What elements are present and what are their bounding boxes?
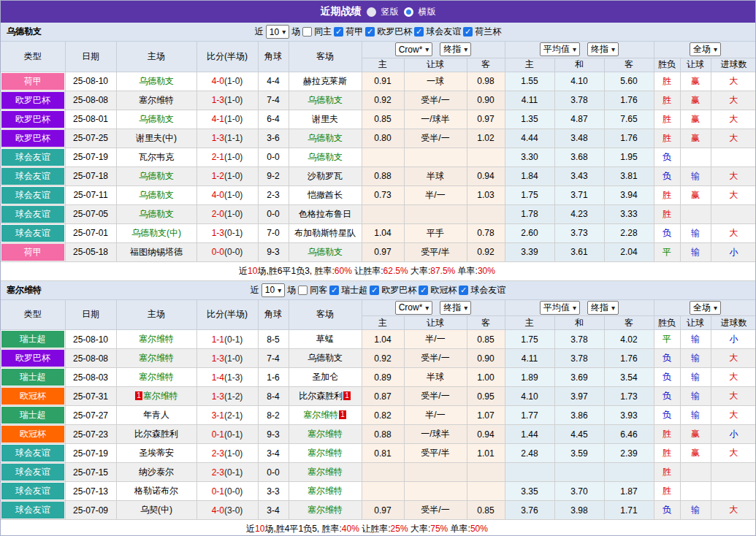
league-type-cell: 荷甲 [1,72,65,91]
away-team[interactable]: 乌德勒支 [289,91,362,110]
page-title: 近期战绩 [321,5,362,18]
away-team[interactable]: 圣加仑 [289,368,362,387]
away-team[interactable]: 塞尔维特 [289,482,362,501]
same-home-checkbox[interactable] [302,27,312,37]
league-filter-checkbox[interactable] [329,286,339,295]
home-team[interactable]: 瓦尔韦克 [116,148,196,166]
red-card-badge: 1 [135,391,142,400]
col-avg-home: 主 [505,316,554,330]
corner-count: 7-0 [258,223,289,242]
away-team[interactable]: 塞尔维特 [289,463,362,482]
average-select[interactable]: 平均值▾ [540,301,580,315]
home-team[interactable]: 塞尔维特 [116,330,196,349]
league-filter-checkbox[interactable] [463,27,473,37]
fullmatch-select[interactable]: 全场▾ [690,301,721,315]
home-team[interactable]: 乌德勒支 [116,110,196,129]
odds-away: 0.78 [467,223,505,242]
col-score: 比分(半场) [196,42,258,72]
away-team[interactable]: 乌德勒支 [289,242,362,261]
match-date: 25-07-15 [65,463,116,482]
away-team[interactable]: 塞尔维特1 [289,406,362,425]
avg-home: 1.78 [505,204,554,223]
stats-summary: 近10场,胜6平1负3, 胜率:60% 让胜率:62.5% 大率:87.5% 单… [1,261,756,280]
table-row: 欧罗巴杯 25-08-01 乌德勒支 4-1(1-0) 6-4 谢里夫 0.85… [1,110,756,129]
home-team[interactable]: 福图纳锡塔德 [116,242,196,261]
league-badge: 欧罗巴杯 [1,92,64,109]
home-team[interactable]: 塞尔维特 [116,349,196,368]
away-team[interactable]: 比尔森胜利1 [289,387,362,406]
avg-home: 1.35 [505,110,554,129]
bookmaker-select[interactable]: Crow*▾ [395,42,433,56]
odds-handicap: 平手 [404,223,467,242]
away-team[interactable]: 色格拉布鲁日 [289,204,362,223]
league-filter-checkbox[interactable] [334,27,343,37]
same-away-checkbox[interactable] [298,286,308,295]
table-row: 球会友谊 25-07-18 乌德勒支 1-2(1-0) 9-2 沙勒罗瓦 0.8… [1,166,756,185]
vertical-layout-radio[interactable] [367,7,376,17]
odds-home [362,463,404,482]
avg-draw: 3.78 [554,91,604,110]
home-team[interactable]: 比尔森胜利 [116,425,196,444]
league-filter-checkbox[interactable] [370,286,379,295]
league-filter-checkbox[interactable] [414,27,424,37]
home-team[interactable]: 纳沙泰尔 [116,463,196,482]
home-team[interactable]: 年青人 [116,406,196,425]
match-count-select[interactable]: 10▾ [261,283,285,297]
odds-home: 0.81 [362,444,404,463]
avg-draw: 3.86 [554,406,604,425]
bookmaker-select[interactable]: Crow*▾ [395,301,433,315]
horizontal-layout-radio[interactable] [404,7,413,17]
corner-count: 7-4 [258,91,289,110]
final-index-select[interactable]: 终指▾ [440,42,471,56]
match-count-select[interactable]: 10▾ [266,25,289,39]
home-team[interactable]: 塞尔维特 [116,368,196,387]
home-team[interactable]: 乌德勒支 [116,72,196,91]
away-team[interactable]: 赫拉克莱斯 [289,72,362,91]
away-team[interactable]: 草蜢 [289,330,362,349]
away-team[interactable]: 布加勒斯特星队 [289,223,362,242]
away-team[interactable]: 乌德勒支 [289,349,362,368]
fullmatch-select[interactable]: 全场▾ [690,42,721,56]
result-winloss: 胜 [654,72,680,91]
corner-count: 2-3 [258,185,289,204]
away-team[interactable]: 塞尔维特 [289,425,362,444]
table-row: 欧罗巴杯 25-08-08 塞尔维特 1-3(1-0) 7-4 乌德勒支 0.9… [1,349,756,368]
result-handicap: 输 [680,406,711,425]
score: 1-3(1-1) [196,129,258,148]
away-team[interactable]: 谢里夫 [289,110,362,129]
league-filter-checkbox[interactable] [419,286,428,295]
home-team[interactable]: 乌德勒支 [116,204,196,223]
average-final-select[interactable]: 终指▾ [587,301,619,315]
league-filter-checkbox[interactable] [459,286,468,295]
score: 1-4(1-3) [196,368,258,387]
result-goals: 小 [711,242,756,261]
corner-count: 7-4 [258,349,289,368]
home-team[interactable]: 乌德勒支(中) [116,223,196,242]
odds-away [467,148,505,166]
away-team[interactable]: 乌德勒支 [289,148,362,166]
avg-away [604,463,654,482]
away-team[interactable]: 恺撒酋长 [289,185,362,204]
table-row: 球会友谊 25-07-01 乌德勒支(中) 1-3(0-1) 7-0 布加勒斯特… [1,223,756,242]
avg-draw: 3.68 [554,148,604,166]
league-badge: 球会友谊 [1,464,64,481]
home-team[interactable]: 格勒诺布尔 [116,482,196,501]
home-team[interactable]: 谢里夫(中) [116,129,196,148]
home-team[interactable]: 乌契(中) [116,501,196,520]
result-goals: 大 [711,166,756,185]
away-team[interactable]: 乌德勒支 [289,129,362,148]
home-team[interactable]: 圣埃蒂安 [116,444,196,463]
odds-away [467,204,505,223]
odds-away: 0.94 [467,166,505,185]
away-team[interactable]: 沙勒罗瓦 [289,166,362,185]
average-select[interactable]: 平均值▾ [540,42,580,56]
average-final-select[interactable]: 终指▾ [587,42,619,56]
home-team[interactable]: 乌德勒支 [116,166,196,185]
home-team[interactable]: 乌德勒支 [116,185,196,204]
home-team[interactable]: 塞尔维特 [116,91,196,110]
league-filter-checkbox[interactable] [365,27,375,37]
home-team[interactable]: 1塞尔维特 [116,387,196,406]
away-team[interactable]: 塞尔维特 [289,501,362,520]
final-index-select[interactable]: 终指▾ [440,301,471,315]
away-team[interactable]: 塞尔维特 [289,444,362,463]
